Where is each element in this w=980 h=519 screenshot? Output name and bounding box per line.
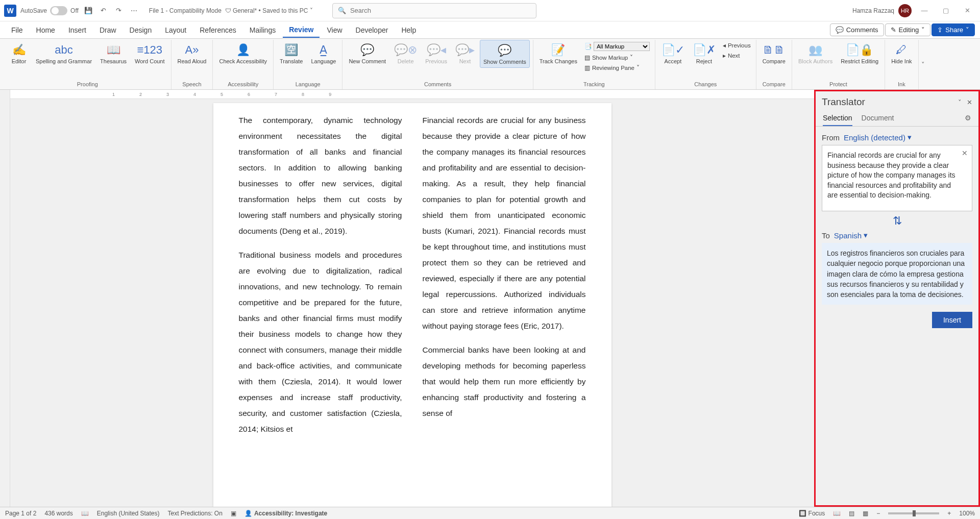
protect-group-label: Protect (829, 80, 847, 89)
hide-ink-button[interactable]: 🖊Hide Ink (888, 40, 915, 67)
translator-settings-icon[interactable]: ⚙ (965, 114, 971, 126)
next-comment-button[interactable]: 💬▸Next (452, 40, 478, 67)
minimize-icon[interactable]: — (916, 4, 933, 18)
wordcount-status[interactable]: 436 words (44, 510, 72, 517)
next-change-button[interactable]: ▸ Next (721, 51, 753, 60)
document-page[interactable]: The contemporary, dynamic technology env… (213, 103, 611, 507)
tab-help[interactable]: Help (395, 23, 422, 37)
translator-tab-document[interactable]: Document (862, 114, 894, 126)
restrict-editing-button[interactable]: 📄🔒Restrict Editing (838, 40, 881, 67)
text-predictions-status[interactable]: Text Predictions: On (168, 510, 223, 517)
page-status[interactable]: Page 1 of 2 (5, 510, 36, 517)
wordcount-icon: ≡123 (137, 42, 163, 58)
macro-status-icon[interactable]: ▣ (231, 510, 236, 517)
language-button[interactable]: A̲Language (308, 40, 339, 67)
search-input[interactable] (350, 7, 531, 14)
reject-button[interactable]: 📄✗Reject (690, 40, 719, 67)
track-changes-icon: 📝 (551, 42, 565, 58)
language-status[interactable]: English (United States) (97, 510, 160, 517)
spelling-button[interactable]: abcSpelling and Grammar (33, 40, 95, 67)
view-print-icon[interactable]: ▤ (849, 510, 854, 517)
document-scroll[interactable]: The contemporary, dynamic technology env… (10, 99, 814, 507)
maximize-icon[interactable]: ▢ (937, 4, 954, 18)
undo-icon[interactable]: ↶ (98, 5, 109, 16)
delete-comment-button[interactable]: 💬⊗Delete (391, 40, 420, 67)
markup-display-select[interactable]: 📑 All Markup (582, 41, 652, 52)
track-changes-button[interactable]: 📝Track Changes (536, 40, 580, 67)
doc-paragraph[interactable]: Traditional business models and procedur… (239, 247, 402, 437)
translate-button[interactable]: 🈳Translate (277, 40, 306, 67)
new-comment-button[interactable]: 💬New Comment (346, 40, 389, 67)
delete-comment-icon: 💬⊗ (394, 42, 417, 58)
tab-draw[interactable]: Draw (93, 23, 122, 37)
tab-review[interactable]: Review (283, 22, 320, 38)
editing-button[interactable]: ✎ Editing ˅ (885, 23, 931, 36)
tab-mailings[interactable]: Mailings (243, 23, 282, 37)
reviewing-pane-button[interactable]: ▥ Reviewing Pane ˅ (582, 63, 652, 72)
compare-icon: 🗎🗎 (763, 42, 785, 58)
editor-button[interactable]: ✍Editor (7, 40, 31, 67)
doc-paragraph[interactable]: Financial records are crucial for any bu… (423, 112, 586, 334)
tab-design[interactable]: Design (124, 23, 158, 37)
tracking-group-label: Tracking (583, 80, 605, 89)
tab-file[interactable]: File (5, 23, 29, 37)
read-aloud-button[interactable]: A»Read Aloud (175, 40, 210, 67)
comments-button[interactable]: 💬 Comments (830, 23, 884, 36)
pane-close-icon[interactable]: ✕ (967, 98, 972, 106)
pane-collapse-icon[interactable]: ˅ (958, 98, 962, 106)
search-box[interactable]: 🔍 (332, 3, 536, 18)
compare-button[interactable]: 🗎🗎Compare (760, 40, 789, 67)
save-icon[interactable]: 💾 (83, 5, 94, 16)
previous-change-button[interactable]: ◂ Previous (721, 41, 753, 50)
tab-insert[interactable]: Insert (62, 23, 92, 37)
previous-comment-button[interactable]: 💬◂Previous (422, 40, 450, 67)
previous-comment-icon: 💬◂ (427, 42, 446, 58)
tab-references[interactable]: References (193, 23, 242, 37)
tab-home[interactable]: Home (30, 23, 61, 37)
accessibility-icon: 👤 (236, 42, 250, 58)
zoom-level[interactable]: 100% (959, 510, 975, 517)
spelling-icon: abc (55, 42, 72, 58)
accessibility-status[interactable]: 👤 Accessibility: Investigate (244, 510, 327, 517)
clear-source-icon[interactable]: ✕ (962, 149, 968, 159)
wordcount-button[interactable]: ≡123Word Count (132, 40, 168, 67)
view-read-icon[interactable]: 📖 (833, 510, 841, 517)
ink-group-label: Ink (898, 80, 905, 89)
thesaurus-button[interactable]: 📖Thesaurus (97, 40, 130, 67)
doc-paragraph[interactable]: The contemporary, dynamic technology env… (239, 112, 402, 239)
insert-button[interactable]: Insert (932, 312, 972, 328)
avatar[interactable]: HR (898, 4, 912, 17)
source-text-box[interactable]: Financial records are crucial for any bu… (822, 145, 972, 211)
spellcheck-status-icon[interactable]: 📖 (81, 510, 89, 517)
show-markup-button[interactable]: ▤ Show Markup ˅ (582, 53, 652, 62)
accessibility-group-label: Accessibility (228, 80, 258, 89)
collapse-ribbon-icon[interactable]: ˅ (919, 40, 928, 89)
tab-view[interactable]: View (321, 23, 348, 37)
block-authors-button[interactable]: 👥Block Authors (795, 40, 836, 67)
share-button[interactable]: ⇪ Share ˅ (932, 23, 975, 36)
translator-tab-selection[interactable]: Selection (823, 114, 852, 126)
zoom-out-icon[interactable]: − (876, 510, 880, 517)
qat-more-icon[interactable]: ⋯ (129, 5, 140, 16)
autosave-toggle-group[interactable]: AutoSave Off (20, 6, 79, 15)
autosave-toggle[interactable] (50, 6, 67, 15)
translate-icon: 🈳 (284, 42, 298, 58)
doc-paragraph[interactable]: Commercial banks have been looking at an… (423, 342, 586, 421)
view-web-icon[interactable]: ▦ (863, 510, 868, 517)
from-language-select[interactable]: English (detected) ▾ (844, 133, 912, 142)
zoom-slider[interactable] (888, 512, 939, 514)
focus-mode[interactable]: 🔲 Focus (799, 510, 825, 517)
accept-button[interactable]: 📄✓Accept (658, 40, 688, 67)
close-icon[interactable]: ✕ (959, 4, 976, 18)
autosave-state: Off (70, 7, 79, 14)
show-comments-button[interactable]: 💬Show Comments (480, 40, 530, 68)
thesaurus-icon: 📖 (107, 42, 120, 58)
zoom-in-icon[interactable]: + (947, 510, 951, 517)
check-accessibility-button[interactable]: 👤Check Accessibility (216, 40, 270, 67)
tab-layout[interactable]: Layout (159, 23, 192, 37)
to-language-select[interactable]: Spanish ▾ (834, 231, 868, 240)
translator-pane: Translator ˅ ✕ Selection Document ⚙ From… (814, 90, 980, 507)
redo-icon[interactable]: ↷ (113, 5, 125, 16)
tab-developer[interactable]: Developer (350, 23, 395, 37)
swap-languages-icon[interactable]: ⇅ (822, 211, 972, 231)
